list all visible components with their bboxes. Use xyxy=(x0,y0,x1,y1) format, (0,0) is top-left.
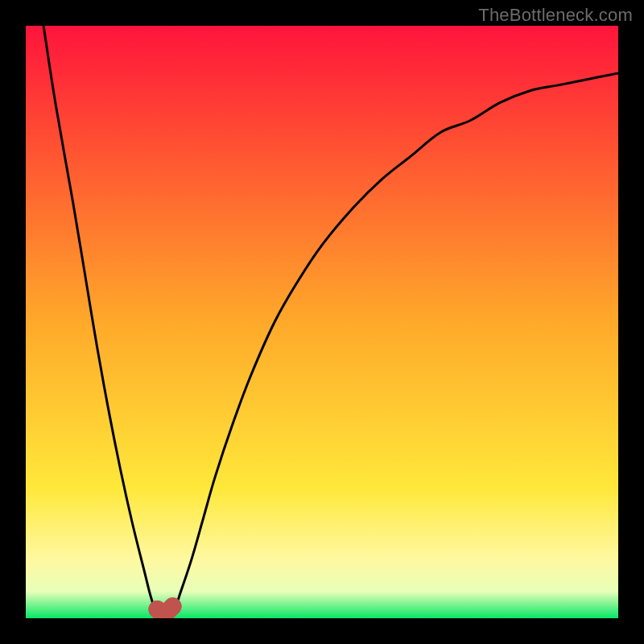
marker-min-right xyxy=(164,597,182,615)
chart-frame: TheBottleneck.com xyxy=(0,0,644,644)
watermark-text: TheBottleneck.com xyxy=(478,5,633,26)
plot-area xyxy=(26,26,618,618)
gradient-background xyxy=(26,26,618,618)
plot-svg xyxy=(26,26,618,618)
